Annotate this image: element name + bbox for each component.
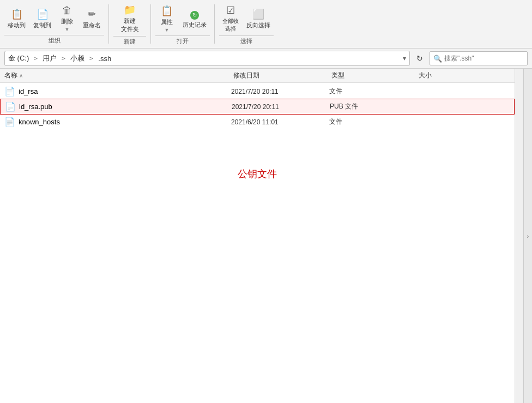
reverse-select-button[interactable]: ⬜ 反向选择 — [243, 7, 274, 31]
search-icon: 🔍 — [433, 55, 442, 63]
file-row-id-rsa[interactable]: 📄 id_rsa 2021/7/20 20:11 文件 — [0, 84, 515, 99]
breadcrumb-drive[interactable]: 金 (C:) — [8, 53, 29, 63]
move-to-icon: 📋 — [11, 8, 23, 20]
file-area: 名称 ∧ 修改日期 类型 大小 📄 id_rsa 2021/7/20 20:11… — [0, 69, 532, 403]
select-all-icon: ☑ — [226, 4, 235, 16]
search-input[interactable] — [444, 55, 521, 62]
move-to-label: 移动到 — [8, 21, 26, 29]
side-expand-arrow[interactable]: › — [523, 69, 532, 403]
file-name-id-rsa-pub: id_rsa.pub — [19, 103, 232, 111]
refresh-button[interactable]: ↻ — [413, 52, 426, 65]
file-row-id-rsa-pub[interactable]: 📄 id_rsa.pub 2021/7/20 20:11 PUB 文件 — [0, 99, 515, 115]
organize-group: 📋 移动到 📄 复制到 🗑 删除 ▼ ✏ 重命名 组织 — [4, 3, 104, 45]
new-folder-button[interactable]: 📁 新建 文件夹 — [113, 2, 146, 35]
divider-2 — [150, 4, 151, 44]
properties-icon: 📋 — [161, 5, 173, 17]
breadcrumb-ssh[interactable]: .ssh — [98, 55, 111, 63]
breadcrumb-sep-3: ＞ — [88, 53, 95, 63]
toolbar: 📋 移动到 📄 复制到 🗑 删除 ▼ ✏ 重命名 组织 📁 新建 文件 — [0, 0, 532, 49]
history-label: 历史记录 — [183, 21, 207, 29]
properties-button[interactable]: 📋 属性 ▼ — [155, 3, 178, 34]
select-label: 选择 — [219, 35, 274, 45]
breadcrumb-sep-1: ＞ — [32, 53, 39, 63]
select-all-label: 全部收 选择 — [222, 17, 239, 33]
move-to-button[interactable]: 📋 移动到 — [4, 7, 29, 31]
rename-button[interactable]: ✏ 重命名 — [80, 7, 104, 31]
reverse-select-icon: ⬜ — [252, 8, 264, 20]
file-type-id-rsa: 文件 — [329, 87, 416, 96]
file-date-id-rsa-pub: 2021/7/20 20:11 — [232, 103, 330, 111]
file-list-container: 名称 ∧ 修改日期 类型 大小 📄 id_rsa 2021/7/20 20:11… — [0, 69, 515, 403]
file-icon-id-rsa-pub: 📄 — [5, 101, 16, 112]
col-name-label: 名称 — [4, 71, 17, 80]
delete-button[interactable]: 🗑 删除 ▼ — [56, 3, 78, 34]
file-row-known-hosts[interactable]: 📄 known_hosts 2021/6/20 11:01 文件 — [0, 115, 515, 129]
copy-to-label: 复制到 — [33, 21, 51, 29]
col-header-type[interactable]: 类型 — [331, 71, 419, 80]
scrollbar[interactable] — [515, 69, 523, 403]
history-circle-icon: ↻ — [190, 11, 199, 20]
delete-icon: 🗑 — [62, 5, 72, 16]
select-all-button[interactable]: ☑ 全部收 选择 — [219, 3, 242, 34]
breadcrumb-users[interactable]: 用户 — [43, 53, 57, 63]
file-name-known-hosts: known_hosts — [19, 118, 231, 126]
address-chevron-icon[interactable]: ▾ — [403, 55, 406, 62]
file-date-known-hosts: 2021/6/20 11:01 — [231, 118, 329, 126]
history-button[interactable]: ↻ 历史记录 — [179, 7, 210, 31]
delete-label: 删除 — [61, 17, 73, 26]
new-label: 新建 — [113, 36, 146, 46]
col-header-name[interactable]: 名称 ∧ — [4, 71, 233, 80]
delete-arrow: ▼ — [65, 27, 70, 32]
select-group: ☑ 全部收 选择 ⬜ 反向选择 选择 — [219, 3, 274, 45]
column-headers: 名称 ∧ 修改日期 类型 大小 — [0, 69, 515, 83]
open-buttons: 📋 属性 ▼ ↻ 历史记录 — [155, 3, 210, 34]
col-header-size[interactable]: 大小 — [419, 71, 462, 80]
properties-arrow: ▼ — [165, 27, 170, 33]
file-date-id-rsa: 2021/7/20 20:11 — [231, 88, 329, 95]
divider-1 — [108, 4, 109, 44]
file-rows: 📄 id_rsa 2021/7/20 20:11 文件 📄 id_rsa.pub… — [0, 83, 515, 130]
file-type-known-hosts: 文件 — [329, 117, 416, 127]
new-group: 📁 新建 文件夹 新建 — [113, 2, 146, 46]
col-name-sort-icon: ∧ — [19, 73, 23, 79]
properties-label: 属性 — [161, 18, 173, 26]
col-header-date[interactable]: 修改日期 — [233, 71, 331, 80]
breadcrumb-sep-2: ＞ — [60, 53, 67, 63]
select-buttons: ☑ 全部收 选择 ⬜ 反向选择 — [219, 3, 274, 34]
organize-buttons: 📋 移动到 📄 复制到 🗑 删除 ▼ ✏ 重命名 — [4, 3, 104, 34]
search-box[interactable]: 🔍 — [430, 51, 528, 65]
file-icon-known-hosts: 📄 — [4, 117, 15, 127]
open-label: 打开 — [155, 35, 210, 45]
breadcrumb-user[interactable]: 小赖 — [70, 53, 84, 63]
annotation-area: 公钥文件 — [0, 130, 515, 218]
rename-label: 重命名 — [83, 21, 101, 29]
col-size-label: 大小 — [419, 71, 432, 80]
file-type-id-rsa-pub: PUB 文件 — [330, 102, 417, 111]
new-buttons: 📁 新建 文件夹 — [113, 2, 146, 35]
address-bar[interactable]: 金 (C:) ＞ 用户 ＞ 小赖 ＞ .ssh ▾ — [4, 51, 410, 66]
copy-to-icon: 📄 — [37, 8, 49, 20]
organize-label: 组织 — [4, 35, 104, 45]
open-group: 📋 属性 ▼ ↻ 历史记录 打开 — [155, 3, 210, 45]
reverse-select-label: 反向选择 — [246, 21, 270, 29]
new-folder-label: 新建 文件夹 — [121, 17, 139, 33]
address-bar-container: 金 (C:) ＞ 用户 ＞ 小赖 ＞ .ssh ▾ ↻ 🔍 — [0, 49, 532, 69]
col-type-label: 类型 — [331, 71, 344, 80]
col-date-label: 修改日期 — [233, 71, 259, 80]
copy-to-button[interactable]: 📄 复制到 — [30, 7, 55, 31]
divider-3 — [214, 4, 215, 44]
file-name-id-rsa: id_rsa — [19, 87, 231, 95]
file-icon-id-rsa: 📄 — [4, 86, 15, 97]
rename-icon: ✏ — [88, 8, 96, 20]
new-folder-icon: 📁 — [124, 4, 136, 16]
history-icon: ↻ — [190, 8, 199, 20]
annotation-text: 公钥文件 — [238, 167, 277, 181]
